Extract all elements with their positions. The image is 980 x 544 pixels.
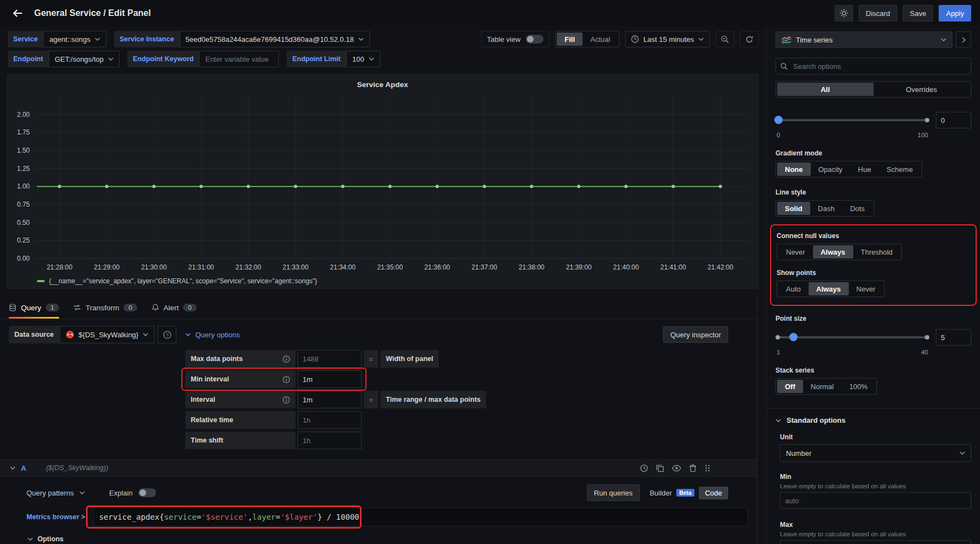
fill-option[interactable]: Fill (557, 33, 583, 46)
query-options-form: Max data points = Width of panel Min int… (185, 350, 757, 449)
slider-thumb[interactable] (789, 333, 798, 341)
query-ref-id: A (21, 464, 26, 472)
service-instance-select[interactable]: 5eed0e5758a244aca6e7699415d360aa@10.52.0… (180, 31, 370, 47)
point-size-label: Point size (776, 315, 971, 322)
code-mode-option[interactable]: Code (699, 487, 728, 499)
point-size-slider[interactable] (776, 336, 929, 338)
back-button[interactable] (9, 4, 26, 22)
unit-label: Unit (780, 433, 971, 441)
query-patterns-dropdown[interactable]: Query patterns (26, 489, 85, 497)
datasource-help-button[interactable]: ? (158, 326, 176, 343)
tab-alert[interactable]: Alert 0 (152, 297, 197, 319)
svg-text:0.25: 0.25 (17, 236, 30, 244)
option-dash[interactable]: Dash (810, 202, 842, 215)
option-off[interactable]: Off (777, 380, 803, 393)
history-icon[interactable] (640, 464, 648, 472)
chart-legend[interactable]: {__name__="service_apdex", layer="GENERA… (10, 276, 755, 285)
interval-label: Interval (191, 396, 215, 403)
refresh-button[interactable] (740, 31, 758, 47)
option-normal[interactable]: Normal (803, 380, 842, 393)
discard-button[interactable]: Discard (859, 5, 897, 21)
endpoint-keyword-input[interactable] (199, 51, 279, 67)
options-collapse[interactable]: Options (28, 535, 757, 543)
visualization-picker[interactable]: Time series (776, 31, 952, 48)
tab-query-label: Query (21, 304, 41, 312)
panel-title: Service Apdex (10, 78, 755, 93)
option-dots[interactable]: Dots (842, 202, 873, 215)
eye-icon[interactable] (672, 465, 681, 472)
width-of-panel-label: Width of panel (380, 350, 439, 368)
query-row-header[interactable]: A (${DS_SkyWalking}) (0, 459, 757, 477)
tab-overrides[interactable]: Overrides (874, 83, 970, 96)
chevron-down-icon (28, 537, 33, 541)
max-data-points-input[interactable] (298, 350, 362, 368)
tab-query[interactable]: Query 1 (9, 297, 59, 319)
standard-options-header[interactable]: Standard options (776, 416, 971, 424)
zoom-out-button[interactable] (715, 31, 734, 47)
slider-max-label: 100 (918, 132, 928, 138)
option-never[interactable]: Never (849, 282, 884, 295)
unit-select[interactable]: Number (780, 444, 971, 462)
apply-button[interactable]: Apply (939, 5, 971, 21)
option-never[interactable]: Never (778, 245, 813, 258)
builder-mode-option[interactable]: Builder (650, 489, 672, 497)
copy-icon[interactable] (656, 464, 664, 472)
svg-text:21:32:00: 21:32:00 (235, 263, 261, 271)
option-auto[interactable]: Auto (778, 282, 809, 295)
interval-input[interactable] (298, 391, 362, 408)
gradient-mode-group: None Opacity Hue Scheme (776, 161, 922, 177)
time-shift-input[interactable] (298, 432, 362, 449)
arrow-left-icon (12, 8, 24, 19)
metrics-browser-link[interactable]: Metrics browser > (26, 513, 85, 521)
fill-opacity-value[interactable] (936, 112, 971, 128)
panel-settings-button[interactable] (834, 5, 853, 21)
option-100[interactable]: 100% (842, 380, 875, 393)
beta-badge: Beta (676, 489, 694, 497)
endpoint-variable-select[interactable]: GET:/songs/top (49, 51, 120, 67)
svg-text:21:38:00: 21:38:00 (519, 263, 545, 271)
slider-thumb[interactable] (774, 116, 783, 124)
option-hue[interactable]: Hue (850, 163, 879, 176)
actual-option[interactable]: Actual (583, 33, 618, 46)
stack-series-label: Stack series (776, 367, 971, 374)
visualization-name: Time series (796, 36, 833, 44)
service-variable: Service agent::songs (8, 31, 106, 47)
max-input[interactable] (780, 540, 971, 544)
options-search-input[interactable] (792, 62, 966, 71)
relative-time-input[interactable] (298, 411, 362, 429)
time-range-picker[interactable]: Last 15 minutes (625, 31, 710, 47)
refresh-icon (745, 35, 753, 44)
fill-opacity-slider[interactable] (776, 119, 929, 121)
min-interval-input[interactable] (298, 370, 362, 388)
save-button[interactable]: Save (903, 5, 934, 21)
point-size-value[interactable] (936, 329, 971, 346)
query-options-header[interactable]: Query options (185, 331, 240, 339)
table-view-label: Table view (487, 35, 521, 44)
option-always[interactable]: Always (809, 282, 849, 295)
endpoint-limit-select[interactable]: 100 (346, 51, 380, 67)
option-none[interactable]: None (777, 163, 811, 176)
option-scheme[interactable]: Scheme (879, 163, 920, 176)
editor-tabs: Query 1 Transform 0 Alert 0 (0, 297, 757, 319)
run-queries-button[interactable]: Run queries (587, 484, 640, 501)
fill-opacity-range-labels: 0 100 (777, 132, 928, 138)
query-expression-input[interactable]: service_apdex{service='$service', layer=… (93, 508, 748, 526)
option-always[interactable]: Always (813, 245, 853, 258)
option-opacity[interactable]: Opacity (811, 163, 850, 176)
trash-icon[interactable] (689, 464, 697, 472)
collapse-sidebar-button[interactable] (956, 31, 971, 48)
equals-cell: = (364, 391, 378, 408)
tab-all[interactable]: All (777, 83, 874, 96)
datasource-select[interactable]: ${DS_SkyWalking} (60, 326, 155, 343)
option-threshold[interactable]: Threshold (853, 245, 901, 258)
query-inspector-button[interactable]: Query inspector (663, 326, 728, 343)
tab-transform[interactable]: Transform 0 (73, 297, 137, 319)
service-variable-select[interactable]: agent::songs (43, 31, 106, 47)
slider-max-label: 40 (921, 349, 928, 356)
min-input[interactable] (780, 492, 971, 509)
option-solid[interactable]: Solid (777, 202, 810, 215)
table-view-toggle[interactable] (526, 35, 543, 44)
explain-toggle[interactable] (138, 488, 156, 497)
endpoint-limit-variable: Endpoint Limit 100 (287, 51, 380, 67)
drag-handle-icon[interactable] (704, 464, 710, 472)
